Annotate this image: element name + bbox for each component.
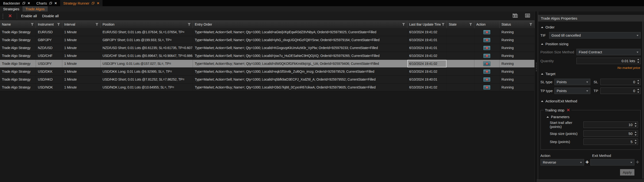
stop-strategy-button[interactable] <box>483 61 490 66</box>
step-stepper[interactable]: 5 <box>584 139 638 145</box>
toolbar-drag-handle-icon[interactable] <box>2 13 3 19</box>
disable-all-button[interactable]: Disable all <box>41 14 60 18</box>
sl-stepper[interactable]: 0 <box>600 79 641 85</box>
section-order[interactable]: Order <box>541 25 641 29</box>
filter-icon[interactable] <box>31 23 34 26</box>
restore-icon[interactable] <box>22 2 26 5</box>
stop-size-stepper[interactable]: 50 <box>584 130 638 137</box>
cell-action[interactable] <box>474 83 500 91</box>
column-chooser-icon[interactable] <box>510 13 520 19</box>
tab-strategies[interactable]: Strategies <box>0 6 22 11</box>
cell-action[interactable] <box>474 36 500 44</box>
table-row[interactable]: Trade Algo StrategyUSD/DKK1 MinuteUSD/DK… <box>0 68 534 76</box>
filter-icon[interactable] <box>188 23 191 26</box>
cell-status: Running <box>500 28 534 36</box>
filter-icon[interactable] <box>469 23 472 26</box>
cell-action[interactable] <box>474 68 500 75</box>
action-dropdown[interactable]: Reverse <box>540 159 584 166</box>
stepper-arrows-icon[interactable] <box>637 59 640 63</box>
column-header-last_update[interactable]: Last Bar Update Time <box>407 20 447 28</box>
quantity-stepper[interactable]: 0.01 lots <box>576 58 641 64</box>
stop-strategy-button[interactable] <box>483 38 490 42</box>
filter-icon[interactable] <box>95 23 98 26</box>
cell-entry_order: Type=Market; Action=Buy; Name=; Qty=1000… <box>193 68 407 75</box>
close-icon[interactable]: ✕ <box>97 2 100 5</box>
column-label: Instrument <box>38 22 54 26</box>
add-action-icon[interactable]: ✚ <box>586 160 589 165</box>
stop-strategy-button[interactable] <box>483 30 490 34</box>
enable-all-button[interactable]: Enable all <box>20 14 38 18</box>
filter-icon[interactable] <box>57 23 60 26</box>
filter-icon[interactable] <box>529 23 532 26</box>
cell-action[interactable] <box>474 60 500 67</box>
remove-trailing-stop-icon[interactable]: ✕ <box>566 108 570 112</box>
section-label: Order <box>546 25 555 29</box>
cell-action[interactable] <box>474 28 500 36</box>
tif-dropdown[interactable]: Good till cancelled <box>549 32 641 38</box>
stepper-arrows-icon[interactable] <box>637 89 640 93</box>
column-header-interval[interactable]: Interval <box>62 20 100 28</box>
stop-icon <box>486 71 488 73</box>
tab-charts[interactable]: Charts ✕ <box>33 0 60 6</box>
stop-strategy-button[interactable] <box>483 69 490 74</box>
cell-action[interactable] <box>474 76 500 83</box>
cell-position: NZD/USD Short; 0.01 Lots @0.61235; SL=0.… <box>100 44 193 52</box>
exit-method-dropdown[interactable] <box>590 159 634 166</box>
tab-trade-algos[interactable]: Trade Algos <box>22 6 48 11</box>
restore-icon[interactable] <box>92 2 95 5</box>
column-header-instrument[interactable]: Instrument <box>36 20 62 28</box>
table-row[interactable]: Trade Algo StrategyEUR/USD1 MinuteEUR/US… <box>0 28 534 36</box>
column-header-entry_order[interactable]: Entry Order <box>193 20 407 28</box>
section-target[interactable]: Target <box>541 72 641 76</box>
filter-icon[interactable] <box>442 23 445 26</box>
cell-name: Trade Algo Strategy <box>0 44 36 52</box>
stepper-arrows-icon[interactable] <box>634 123 637 127</box>
position-size-method-dropdown[interactable]: Fixed Contract <box>576 49 641 55</box>
table-row[interactable]: Trade Algo StrategyNZD/USD1 MinuteNZD/US… <box>0 44 534 52</box>
panel-scrollbar[interactable] <box>642 21 644 179</box>
cell-last_update: 6/10/2024 19:41:01 <box>407 36 447 44</box>
toolbar-separator <box>17 13 17 19</box>
tab-backtester[interactable]: Backtester ✕ <box>0 0 33 6</box>
tp-label: TP <box>594 89 600 93</box>
remove-strategy-icon[interactable]: ✕ <box>6 14 14 18</box>
cell-action[interactable] <box>474 52 500 60</box>
column-label: Last Bar Update Time <box>409 22 440 26</box>
tab-strategy-runner[interactable]: Strategy Runner ✕ <box>60 0 102 6</box>
row-layout-icon[interactable] <box>523 13 532 19</box>
table-row[interactable]: Trade Algo StrategyUSD/JPY1 MinuteUSD/JP… <box>0 60 534 68</box>
close-icon[interactable]: ✕ <box>54 2 57 5</box>
section-position-sizing[interactable]: Position sizing <box>541 42 641 46</box>
cell-name: Trade Algo Strategy <box>0 76 36 83</box>
stepper-arrows-icon[interactable] <box>634 132 637 136</box>
table-row[interactable]: Trade Algo StrategyUSD/HKD1 MinuteUSD/HK… <box>0 76 534 83</box>
table-header: NameInstrumentIntervalPositionEntry Orde… <box>0 20 534 28</box>
column-header-state[interactable]: State <box>447 20 474 28</box>
stop-strategy-button[interactable] <box>483 77 490 82</box>
stepper-arrows-icon[interactable] <box>637 80 640 84</box>
stepper-arrows-icon[interactable] <box>634 140 637 144</box>
filter-icon[interactable] <box>402 23 405 26</box>
section-actions-exit-method[interactable]: Actions/Exit Method <box>541 99 641 103</box>
column-header-position[interactable]: Position <box>100 20 193 28</box>
column-header-action[interactable]: Action <box>474 20 500 28</box>
cell-action[interactable] <box>474 44 500 52</box>
section-parameters[interactable]: Parameters <box>546 115 638 119</box>
apply-button[interactable]: Apply <box>620 169 634 176</box>
restore-icon[interactable] <box>49 2 52 5</box>
tp-stepper[interactable]: 0 <box>600 88 641 94</box>
table-row[interactable]: Trade Algo StrategyUSD/CHF1 MinuteUSD/CH… <box>0 52 534 60</box>
start-trail-stepper[interactable]: 10 <box>584 122 638 128</box>
column-header-status[interactable]: Status <box>500 20 534 28</box>
stop-icon <box>486 63 488 65</box>
panel-splitter[interactable] <box>534 11 538 182</box>
sl-type-dropdown[interactable]: Points <box>554 79 590 85</box>
column-header-name[interactable]: Name <box>0 20 36 28</box>
table-row[interactable]: Trade Algo StrategyUSD/NOK1 MinuteUSD/NO… <box>0 83 534 91</box>
table-row[interactable]: Trade Algo StrategyGBP/JPY1 MinuteGBP/JP… <box>0 36 534 44</box>
close-icon[interactable]: ✕ <box>28 2 30 5</box>
stop-strategy-button[interactable] <box>483 46 490 50</box>
tp-type-dropdown[interactable]: Points <box>554 88 590 94</box>
stop-strategy-button[interactable] <box>483 54 490 58</box>
stop-strategy-button[interactable] <box>483 85 490 90</box>
